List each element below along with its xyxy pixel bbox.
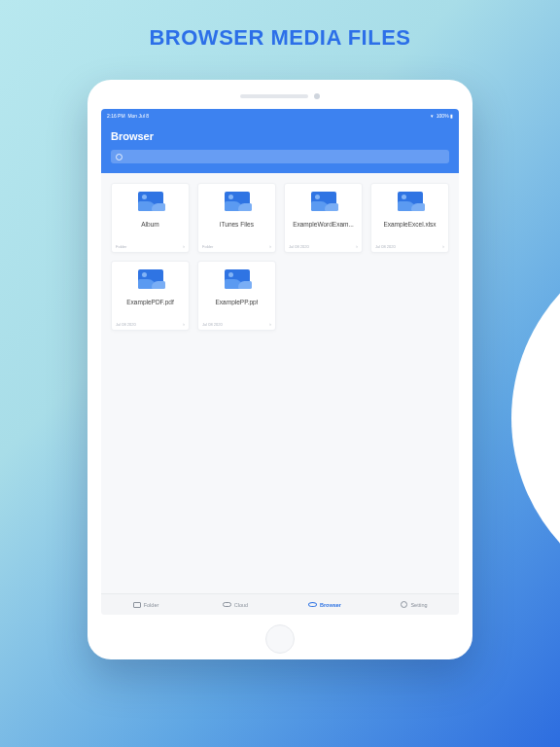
file-item[interactable]: ExamplePDF.pdf Jul 08 2020 › xyxy=(111,261,190,331)
status-time: 2:16 PM Mon Jul 8 xyxy=(107,113,149,119)
folder-icon xyxy=(133,602,141,608)
header-title: Browser xyxy=(111,130,449,142)
chevron-right-icon: › xyxy=(269,243,271,249)
image-icon xyxy=(225,269,250,289)
image-icon xyxy=(398,192,423,211)
file-item[interactable]: Album Folder › xyxy=(111,183,190,253)
image-icon xyxy=(311,192,336,211)
chevron-right-icon: › xyxy=(356,243,358,249)
chevron-right-icon: › xyxy=(269,321,271,327)
status-bar: 2:16 PM Mon Jul 8 ▾ 100% ▮ xyxy=(101,109,459,123)
tablet-frame: 2:16 PM Mon Jul 8 ▾ 100% ▮ Browser Album… xyxy=(88,80,472,659)
tab-cloud[interactable]: Cloud xyxy=(191,594,280,615)
image-icon xyxy=(138,192,163,211)
chevron-right-icon: › xyxy=(183,243,185,249)
browser-header: Browser xyxy=(101,123,459,173)
image-icon xyxy=(138,269,163,289)
content-area: Album Folder › iTunes Files Folder › xyxy=(101,173,459,593)
chevron-right-icon: › xyxy=(442,243,444,249)
cloud-icon xyxy=(223,602,231,607)
file-name: ExampleExcel.xlsx xyxy=(383,221,436,228)
status-battery: ▾ 100% ▮ xyxy=(431,113,453,119)
file-meta: Jul 08 2020 xyxy=(375,244,396,249)
tab-bar: Folder Cloud Browser Setting xyxy=(101,593,459,615)
file-item[interactable]: iTunes Files Folder › xyxy=(197,183,276,253)
file-meta: Folder xyxy=(116,244,126,249)
chevron-right-icon: › xyxy=(183,321,185,327)
tab-label: Browser xyxy=(320,602,341,608)
eye-icon xyxy=(308,602,317,607)
tab-folder[interactable]: Folder xyxy=(101,594,191,615)
file-meta: Folder xyxy=(202,244,213,249)
bg-decor xyxy=(511,233,560,603)
file-meta: Jul 08 2020 xyxy=(289,244,309,249)
file-grid: Album Folder › iTunes Files Folder › xyxy=(111,183,449,331)
file-name: Album xyxy=(141,221,158,228)
home-button[interactable] xyxy=(265,624,295,654)
tab-browser[interactable]: Browser xyxy=(280,594,369,615)
page-title: BROWSER MEDIA FILES xyxy=(0,0,560,51)
file-meta: Jul 08 2020 xyxy=(202,322,223,327)
file-item[interactable]: ExamplePP.ppt Jul 08 2020 › xyxy=(197,261,276,331)
tab-setting[interactable]: Setting xyxy=(369,594,459,615)
image-icon xyxy=(225,192,250,211)
file-name: ExampleWordExam... xyxy=(293,221,354,228)
file-meta: Jul 08 2020 xyxy=(116,322,136,327)
file-item[interactable]: ExampleExcel.xlsx Jul 08 2020 › xyxy=(370,183,449,253)
file-name: iTunes Files xyxy=(220,221,254,228)
tab-label: Folder xyxy=(144,602,159,608)
file-name: ExamplePP.ppt xyxy=(216,299,259,305)
tab-label: Cloud xyxy=(234,602,248,608)
gear-icon xyxy=(401,601,407,608)
search-input[interactable] xyxy=(111,150,449,163)
screen: 2:16 PM Mon Jul 8 ▾ 100% ▮ Browser Album… xyxy=(101,109,459,615)
file-item[interactable]: ExampleWordExam... Jul 08 2020 › xyxy=(284,183,363,253)
file-name: ExamplePDF.pdf xyxy=(126,299,173,305)
tab-label: Setting xyxy=(410,602,427,608)
speaker-grille xyxy=(240,93,320,99)
